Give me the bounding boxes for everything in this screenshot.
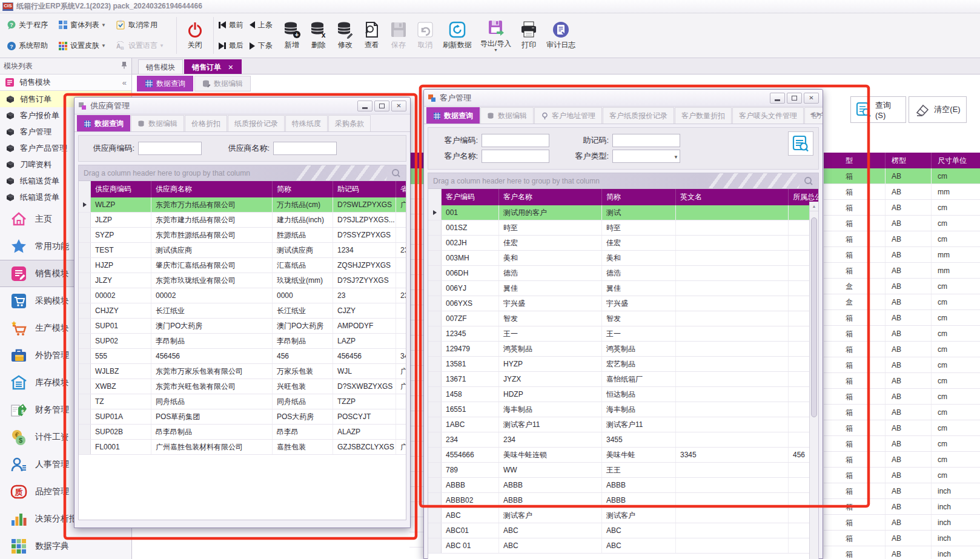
table-row[interactable]: 006YXS宇兴盛宇兴盛 xyxy=(428,296,818,311)
table-row[interactable]: 箱ABmm xyxy=(824,263,980,279)
table-row[interactable]: ABBB02ABBBABBB xyxy=(428,493,818,508)
table-row[interactable]: CHJZY长江纸业长江纸业CJZY xyxy=(79,303,406,319)
supplier-window-titlebar[interactable]: 供应商管理 ✕ xyxy=(74,98,410,114)
table-row[interactable]: 129479鸿英制品鸿英制品 xyxy=(428,342,818,357)
window-tab[interactable]: 数据查询 xyxy=(426,107,480,124)
window-tab[interactable]: 客户数量折扣 xyxy=(675,107,732,124)
prev-record-button[interactable]: 上条 xyxy=(250,18,273,32)
add-button[interactable]: + 新增 xyxy=(279,15,305,56)
table-row[interactable]: 箱ABinch xyxy=(824,499,980,515)
table-row[interactable]: 盒ABcm xyxy=(824,279,980,294)
column-header[interactable]: 简称 xyxy=(273,181,333,197)
clear-button[interactable]: 清空(E) xyxy=(909,96,967,123)
tab-sales-order[interactable]: 销售订单 ✕ xyxy=(184,59,242,74)
table-row[interactable]: ABC01ABCABC xyxy=(428,523,818,538)
maximize-button[interactable] xyxy=(787,93,802,104)
close-window-button[interactable]: ✕ xyxy=(391,101,406,111)
collapse-icon[interactable]: « xyxy=(122,78,127,87)
customer-code-input[interactable] xyxy=(482,134,549,147)
table-row[interactable]: 箱ABinch xyxy=(824,483,980,499)
table-row[interactable]: 箱ABcm xyxy=(824,326,980,342)
window-tab[interactable]: 价格折扣 xyxy=(185,115,227,131)
mnemonic-input[interactable] xyxy=(612,134,680,147)
table-row[interactable]: 箱ABcm xyxy=(824,436,980,452)
scrollbar-thumb[interactable] xyxy=(811,217,817,417)
column-header[interactable]: 简称 xyxy=(602,189,676,205)
search-icon[interactable] xyxy=(804,176,813,188)
table-row[interactable]: HJZP肇庆市汇嘉纸品有限公司汇嘉纸品ZQSHJZPYXGS xyxy=(79,258,406,273)
pin-icon[interactable] xyxy=(121,61,128,71)
vertical-scrollbar[interactable]: ▲ xyxy=(809,202,818,559)
search-icon[interactable] xyxy=(391,168,401,180)
column-header[interactable]: 省 xyxy=(396,181,406,197)
table-row[interactable]: 箱ABcm xyxy=(824,389,980,405)
export-import-button[interactable]: 导出/导入 ▼ xyxy=(476,15,515,56)
subtab-data-query[interactable]: 数据查询 xyxy=(137,76,193,91)
sidebar-module-dictionary[interactable]: 数据字典 xyxy=(0,532,131,559)
table-row[interactable]: SUP02李昂制品李昂制品LAZP xyxy=(79,334,406,349)
customer-name-input[interactable] xyxy=(482,150,549,163)
table-row[interactable]: 盒ABcm xyxy=(824,294,980,310)
table-row[interactable]: 002JH佳宏佳宏 xyxy=(428,236,818,251)
delete-button[interactable]: x 删除 xyxy=(305,15,332,56)
subtab-data-edit[interactable]: 数据编辑 xyxy=(194,76,251,91)
column-header[interactable]: 供应商编码 xyxy=(91,181,151,197)
system-help-button[interactable]: ? 系统帮助 xyxy=(4,39,50,53)
customer-query-button[interactable] xyxy=(788,131,813,156)
table-row[interactable]: SUP02B昂李昂制品昂李昂ALAZP xyxy=(79,425,406,440)
table-row[interactable]: 箱ABcm xyxy=(824,405,980,420)
view-button[interactable]: 查看 xyxy=(359,15,385,56)
column-header[interactable]: 助记码 xyxy=(333,181,396,197)
column-header[interactable]: 客户编码 xyxy=(442,189,499,205)
table-row[interactable]: 箱ABcm xyxy=(824,168,980,184)
table-row[interactable]: ABBBABBBABBB xyxy=(428,478,818,493)
window-tab[interactable]: 纸质报价记录 xyxy=(228,115,285,131)
next-record-button[interactable]: 下条 xyxy=(250,39,273,53)
table-row[interactable]: 007ZF智发智发 xyxy=(428,311,818,326)
table-row[interactable]: 箱ABcm xyxy=(824,452,980,468)
tab-scroll-right-icon[interactable]: ▶ xyxy=(817,111,821,117)
window-tab[interactable]: 数据编辑 xyxy=(480,107,534,124)
table-row[interactable]: 006DH德浩德浩 xyxy=(428,266,818,281)
table-row[interactable]: ABC测试客户测试客户 xyxy=(428,508,818,523)
tab-sales-module[interactable]: 销售模块 xyxy=(138,59,183,74)
window-tab[interactable]: 客户地址管理 xyxy=(534,107,602,124)
query-button[interactable]: 查询(S) xyxy=(850,96,906,123)
table-row[interactable]: ABC 01ABCABC xyxy=(428,538,818,554)
table-row[interactable]: SUP01APOS草药集团POS大药房POSCYJT xyxy=(79,409,406,425)
table-row[interactable]: 箱ABcm xyxy=(824,216,980,231)
close-form-button[interactable]: 关闭 xyxy=(182,15,208,56)
supplier-code-input[interactable] xyxy=(138,142,202,155)
close-window-button[interactable]: ✕ xyxy=(804,93,819,104)
customer-type-select[interactable]: ▼ xyxy=(612,150,680,163)
tab-scroll-left-icon[interactable]: ◀ xyxy=(810,111,814,117)
table-row[interactable]: 16551海丰制品海丰制品 xyxy=(428,402,818,417)
supplier-name-input[interactable] xyxy=(273,142,337,155)
table-row[interactable]: 13581HYZP宏艺制品 xyxy=(428,357,818,372)
table-row[interactable]: 4554666美味牛蛙连锁美味牛蛙3345456 xyxy=(428,448,818,463)
table-row[interactable]: 箱ABmm xyxy=(824,184,980,200)
window-tab[interactable]: 数据编辑 xyxy=(131,115,184,131)
supplier-group-bar[interactable]: Drag a column header here to group by th… xyxy=(78,165,406,181)
column-header[interactable]: 型 xyxy=(824,153,886,168)
window-tab[interactable]: 客户唛头文件管理 xyxy=(732,107,804,124)
table-row[interactable]: 55545645645645645634 xyxy=(79,349,406,364)
table-row[interactable]: XWBZ东莞市兴旺包装有限公司兴旺包装D?SXWBZYXGS广 xyxy=(79,379,406,394)
table-row[interactable]: JLZP东莞市建力纸品有限公司建力纸品(inch)D?SJLZPYXGS... xyxy=(79,213,406,228)
table-row[interactable]: 13671JYZX嘉怡纸箱厂 xyxy=(428,372,818,387)
print-button[interactable]: 打印 xyxy=(515,15,542,56)
close-tab-icon[interactable]: ✕ xyxy=(228,64,233,71)
table-row[interactable]: WLZP东莞市万力纸品有限公司万力纸品(cm)D?SWLZPYXGS广 xyxy=(79,197,406,213)
table-row[interactable]: TEST测试供应商测试供应商123423 xyxy=(79,243,406,258)
table-row[interactable]: 箱ABcm xyxy=(824,200,980,216)
window-tab[interactable]: 特殊纸度 xyxy=(285,115,328,131)
maximize-button[interactable] xyxy=(374,101,389,111)
table-row[interactable]: 箱ABcm xyxy=(824,231,980,247)
column-header[interactable]: 英文名 xyxy=(676,189,789,205)
table-row[interactable]: JLZY东莞市玖珑纸业有限公司玖珑纸业(mm)D?SJ?ZYYXGS xyxy=(79,273,406,288)
window-tab[interactable]: 客户纸质报价记录 xyxy=(603,107,674,124)
table-row[interactable]: 12345王一王一 xyxy=(428,326,818,342)
table-row[interactable]: 000020000200002323 xyxy=(79,288,406,303)
column-header[interactable]: 供应商名称 xyxy=(151,181,273,197)
window-tab[interactable]: 数据查询 xyxy=(77,115,130,131)
